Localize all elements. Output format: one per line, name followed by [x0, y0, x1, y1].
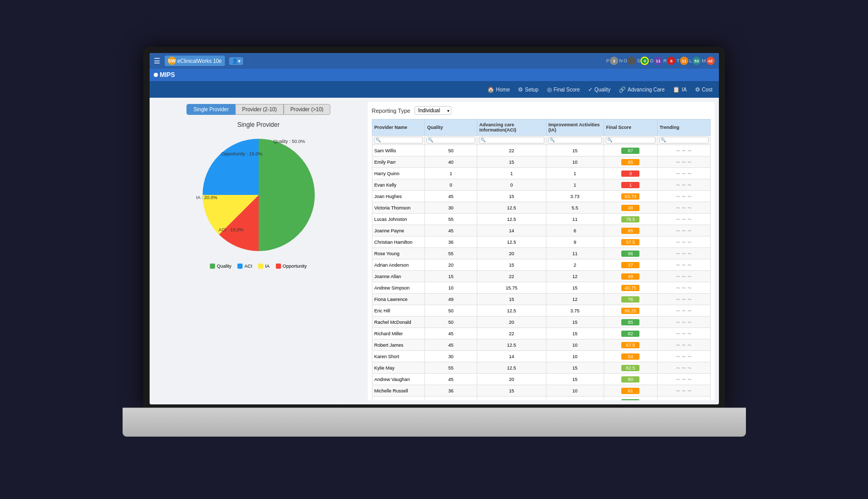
home-icon: 🏠 [487, 86, 495, 93]
cell-ia: 3.73 [546, 191, 604, 202]
table-row[interactable]: Adrian Anderson 20 15 2 37 ～～～ [372, 259, 710, 271]
cell-score: 3 [604, 168, 657, 179]
nav-quality[interactable]: ✓ Quality [588, 86, 610, 93]
search-ia-input[interactable] [548, 137, 602, 143]
cell-trending: ～～～ [657, 168, 710, 179]
cell-name: Victoria Thomson [372, 202, 425, 214]
table-row[interactable]: Emily Parr 40 15 10 65 ～～～ [372, 156, 710, 168]
nav-setup-label: Setup [525, 87, 538, 93]
tab-single-provider[interactable]: Single Provider [186, 104, 235, 115]
cell-score: 82 [604, 328, 657, 339]
cell-score: 63.73 [604, 191, 657, 202]
laptop-base [123, 408, 746, 437]
col-header-ia: Improvement Activities (IA) [546, 120, 604, 136]
cell-ia: 15 [546, 145, 604, 156]
menu-icon[interactable]: ☰ [154, 57, 161, 65]
setup-icon: ⚙ [518, 86, 523, 93]
search-score-cell [604, 136, 657, 145]
cell-ia: 15 [546, 374, 604, 385]
table-row[interactable]: Michelle Russell 36 15 10 61 ～～～ [372, 385, 710, 397]
cell-quality: 36 [425, 237, 477, 248]
cell-quality: 30 [425, 351, 477, 362]
reporting-type-select[interactable]: Individual Group [415, 106, 451, 115]
nb-m[interactable]: M 42 [702, 57, 715, 65]
table-row[interactable]: Karen Short 30 14 10 54 ～～～ [372, 351, 710, 362]
mips-title: MIPS [160, 71, 175, 78]
search-name-input[interactable] [374, 137, 423, 143]
cell-aci: 14 [477, 225, 546, 237]
table-row[interactable]: Joanne Allan 15 22 12 49 ～～～ [372, 271, 710, 282]
search-aci-input[interactable] [479, 137, 544, 143]
table-row[interactable]: Carol Wilkins 55 22 10 87 ～～～ [372, 397, 710, 401]
cell-name: Carol Wilkins [372, 397, 425, 401]
table-row[interactable]: Andrew Vaughan 45 20 15 80 ～～～ [372, 374, 710, 385]
nav-home[interactable]: 🏠 Home [487, 86, 510, 93]
table-row[interactable]: Eric Hill 50 12.5 3.75 66.25 ～～～ [372, 305, 710, 317]
cell-name: Sam Willis [372, 145, 425, 156]
table-row[interactable]: Evan Kelly 0 0 1 1 ～～～ [372, 179, 710, 191]
table-row[interactable]: Rose Young 55 20 11 96 ～～～ [372, 248, 710, 259]
cell-quality: 20 [425, 259, 477, 271]
nb-r[interactable]: R 8 [663, 57, 676, 65]
table-row[interactable]: Christian Hamilton 36 12.5 9 57.5 ～～～ [372, 237, 710, 248]
app-title: eClinicalWorks 10e [178, 58, 222, 64]
cell-name: Robert James [372, 339, 425, 351]
legend-dot-quality [210, 264, 215, 269]
cell-trending: ～～～ [657, 225, 710, 237]
table-row[interactable]: Lucas Johnston 55 12.5 11 78.5 ～～～ [372, 214, 710, 225]
cell-ia: 12 [546, 271, 604, 282]
table-row[interactable]: Fiona Lawrence 49 15 12 76 ～～～ [372, 294, 710, 305]
table-row[interactable]: Robert James 45 12.5 10 67.5 ～～～ [372, 339, 710, 351]
nb-s[interactable]: S 0 [637, 57, 649, 65]
nb-p[interactable]: P 3 [606, 57, 618, 65]
cell-quality: 45 [425, 328, 477, 339]
tab-provider-gt10[interactable]: Provider (>10) [284, 104, 330, 115]
search-quality-input[interactable] [426, 137, 475, 143]
quality-icon: ✓ [588, 86, 593, 93]
cell-name: Andrew Vaughan [372, 374, 425, 385]
table-row[interactable]: Richard Miller 45 22 15 82 ～～～ [372, 328, 710, 339]
nb-o[interactable]: O [623, 57, 636, 65]
nav-setup[interactable]: ⚙ Setup [518, 86, 538, 93]
table-row[interactable]: Andrew Simpson 10 15.75 15 40.75 ～～～ [372, 282, 710, 294]
cell-aci: 20 [477, 374, 546, 385]
cell-ia: 10 [546, 385, 604, 397]
user-icon[interactable]: 👤▾ [229, 57, 243, 65]
table-row[interactable]: Harry Quinn 1 1 1 3 ～～～ [372, 168, 710, 179]
trending-sparkline: ～～～ [675, 296, 692, 302]
cell-aci: 15 [477, 259, 546, 271]
table-row[interactable]: Rachel McDonald 50 20 15 85 ～～～ [372, 317, 710, 328]
score-badge: 78.5 [621, 216, 639, 222]
score-badge: 82.5 [621, 365, 639, 371]
nb-l[interactable]: L 53 [689, 57, 701, 65]
table-row[interactable]: Kylie May 55 12.5 15 82.5 ～～～ [372, 362, 710, 374]
search-score-input[interactable] [606, 137, 656, 143]
cell-trending: ～～～ [657, 271, 710, 282]
table-row[interactable]: Sam Willis 50 22 15 87 ～～～ [372, 145, 710, 156]
legend-ia: IA [258, 264, 270, 269]
cell-name: Michelle Russell [372, 385, 425, 397]
nb-t[interactable]: T 11 [676, 57, 688, 65]
table-row[interactable]: Joanne Payne 45 14 6 65 ～～～ [372, 225, 710, 237]
table-row[interactable]: Victoria Thomson 30 12.5 5.5 48 ～～～ [372, 202, 710, 214]
nb-d[interactable]: D 11 [650, 57, 662, 65]
cell-aci: 15 [477, 385, 546, 397]
cell-quality: 55 [425, 362, 477, 374]
tab-provider-2-10[interactable]: Provider (2-10) [235, 104, 284, 115]
nb-n[interactable]: N [619, 58, 623, 63]
cell-trending: ～～～ [657, 179, 710, 191]
nav-final-score[interactable]: ◎ Final Score [547, 86, 580, 93]
cell-score: 1 [604, 179, 657, 191]
data-table: Provider Name Quality Advancing care Inf… [372, 119, 711, 400]
cell-name: Joanne Allan [372, 271, 425, 282]
nav-advancing-care[interactable]: 🔗 Advancing Care [619, 86, 664, 93]
search-trend-input[interactable] [659, 137, 709, 143]
cell-ia: 9 [546, 237, 604, 248]
cell-aci: 12.5 [477, 214, 546, 225]
nav-cost[interactable]: ⚙ Cost [695, 86, 713, 93]
pie-segment-quality [259, 139, 315, 251]
table-row[interactable]: Joan Hughes 45 15 3.73 63.73 ～～～ [372, 191, 710, 202]
nav-ia[interactable]: 📋 IA [673, 86, 686, 93]
tab-bar: Single Provider Provider (2-10) Provider… [156, 104, 362, 115]
right-panel: Reporting Type Individual Group [368, 102, 715, 400]
